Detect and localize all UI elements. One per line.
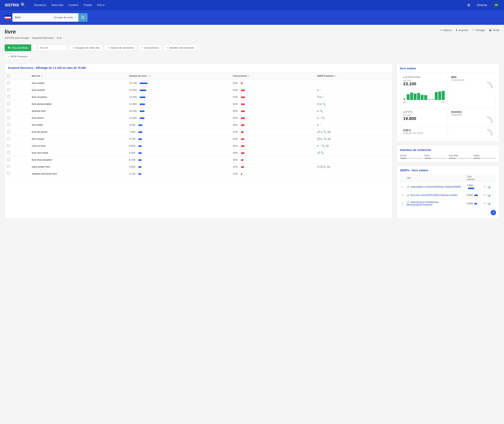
user-name: Johanna [477, 4, 487, 6]
chart-icon[interactable]: 📊 [487, 202, 491, 205]
intention-grid: Savoir Faire Site Web Visiter [400, 154, 496, 159]
search-type-label: Groupe de mots [54, 16, 73, 19]
row-checkbox[interactable] [7, 116, 10, 119]
concurrence-cell: 50% [231, 107, 315, 114]
export-button[interactable]: ⬇ Exporter [455, 29, 468, 31]
concurrence-filter-button[interactable]: + Concurrence [139, 45, 162, 51]
concurrence-bar [241, 159, 243, 161]
keyword-filter[interactable] [33, 45, 68, 51]
options-button[interactable]: ▾ Options [441, 29, 452, 31]
volume-bar [140, 104, 145, 105]
search-input[interactable] [15, 16, 42, 19]
concurrence-value: 20% [451, 75, 493, 79]
nav-projets[interactable]: Projets [83, 3, 93, 7]
intention-bar [449, 158, 472, 159]
intention-fill [400, 158, 407, 159]
searches-sub: par mois [403, 79, 445, 81]
guide-button[interactable]: ▣ Guide [489, 29, 499, 31]
intention-label: Visiter [473, 154, 496, 157]
arrow-right-icon[interactable]: → [492, 202, 494, 205]
serp-url[interactable]: www.babelio.com/livres/McEwan-Solaire/24… [410, 186, 461, 188]
serp-icons-cell: ▶?🔍 [315, 114, 392, 121]
question-icon[interactable]: ? [41, 75, 42, 77]
table-row: livre-rare-book 6.500 46% 🔗🔍 [5, 150, 392, 156]
logo[interactable]: SISTRIX 🔍 [5, 2, 26, 7]
row-checkbox[interactable] [7, 88, 10, 91]
serp-row: 1 🔗 www.babelio.com/livres/McEwan-Solair… [400, 182, 496, 192]
eye-icon[interactable]: 👁 [484, 202, 486, 205]
concurrence-label: Concurrence [451, 79, 493, 81]
searches-cell: ⌀ Ø Recherches par mois 23.100 Jan Déc [400, 73, 448, 107]
clicks-bar [474, 203, 477, 205]
keyword-input[interactable] [40, 46, 65, 49]
row-checkbox[interactable] [7, 158, 10, 161]
question-icon[interactable]: ? [149, 75, 151, 77]
nav-plus[interactable]: Plus ▾ [97, 4, 105, 6]
table-header-row: Mot-clé ? Volume de rech... ? Concurrenc… [5, 72, 392, 80]
row-checkbox[interactable] [7, 130, 10, 133]
concurrence-bar [241, 173, 242, 175]
row-checkbox[interactable] [7, 109, 10, 112]
breadcrumb-keyword-discovery[interactable]: Keyword Discovery [32, 37, 54, 39]
serp-url-cell: 🔗 livre.fnac.com/a3403149/Ian-McEwan-Sol… [405, 192, 465, 199]
row-checkbox[interactable] [7, 95, 10, 98]
serp-icons-cell: 🔗▶🔍+4 [315, 129, 392, 136]
volume-cell: 6.400 [127, 156, 231, 163]
keyword-table: Keyword Discovery - Affichage de 1 à 100… [5, 63, 393, 218]
intention-filter-button[interactable]: + Intention de recherche [164, 45, 197, 51]
plus-icon: + [7, 55, 9, 58]
eye-icon[interactable]: 👁 [484, 185, 486, 188]
search-icon [81, 16, 85, 19]
groups-filter-button[interactable]: + Groupes de mots-clés [69, 45, 102, 51]
serp-url[interactable]: livre.fnac.com/a3403149/Ian-McEwan-Solai… [410, 194, 458, 197]
select-all-checkbox[interactable] [7, 74, 10, 77]
concurrence-bar [241, 152, 245, 154]
chat-icon: 💬 [320, 165, 323, 168]
video-icon: ▶ [324, 165, 326, 168]
chart-icon[interactable]: 📊 [487, 185, 491, 188]
row-checkbox[interactable] [7, 137, 10, 140]
concurrence-cell: 53% [231, 94, 315, 100]
serp-row: 3 🔗 www.amazon.fr/Solaire-Ian-McEwan/dp/… [400, 199, 496, 208]
nav-mots-cles[interactable]: Mots-clés [51, 3, 63, 7]
question-icon[interactable]: ? [335, 75, 336, 77]
search-button[interactable] [78, 13, 88, 22]
arrow-right-icon[interactable]: → [492, 185, 494, 188]
row-checkbox[interactable] [7, 81, 10, 84]
concurrence-cell: 46% [231, 150, 315, 156]
volume-cell: 6.500 [127, 150, 231, 156]
search-type-select[interactable]: Groupe de mots ▾ [51, 13, 78, 22]
row-checkbox[interactable] [7, 172, 10, 175]
help-button[interactable]: ? [491, 210, 496, 215]
volume-cell: 7.900 [127, 129, 231, 136]
keyword-cell: livre turque [30, 136, 127, 143]
more-filters-button[interactable]: ✚ Plus de filtres [5, 44, 31, 51]
user-avatar[interactable]: JD [493, 2, 499, 8]
arrow-right-icon[interactable]: → [492, 193, 494, 197]
col-serp-header: SERP-Features ? [315, 72, 392, 80]
serp-icons-cell [315, 156, 392, 163]
breadcrumb-sistrix[interactable]: SISTRIX pour Google [5, 37, 29, 39]
serp-filter-button[interactable]: + SERP Features [5, 54, 31, 60]
apps-icon[interactable]: ⊞ [467, 3, 470, 7]
chart-icon[interactable]: 📊 [487, 193, 491, 197]
question-icon[interactable]: ? [248, 75, 250, 77]
intention-bar [473, 158, 496, 159]
nav-domaines[interactable]: Domaines [33, 3, 46, 7]
row-checkbox[interactable] [7, 102, 10, 105]
cpc-gauge-cell [448, 126, 496, 138]
row-checkbox[interactable] [7, 144, 10, 147]
row-checkbox[interactable] [7, 165, 10, 168]
serp-url[interactable]: www.amazon.fr/Solaire-Ian-McEwan/dp/2070… [407, 201, 439, 206]
share-button[interactable]: ⤷ Partager [472, 29, 485, 31]
country-flag-france[interactable] [5, 15, 11, 19]
concurrence-bar [241, 118, 245, 119]
row-checkbox[interactable] [7, 123, 10, 126]
nav-content[interactable]: Content [68, 3, 78, 7]
row-checkbox[interactable] [7, 151, 10, 154]
eye-icon[interactable]: 👁 [484, 193, 486, 197]
breadcrumb: SISTRIX pour Google › Keyword Discovery … [5, 37, 62, 39]
search-icon: 🔍 [323, 137, 327, 140]
more-badge: +2 [327, 137, 331, 140]
volume-filter-button[interactable]: + Volume de recherche [105, 45, 137, 51]
